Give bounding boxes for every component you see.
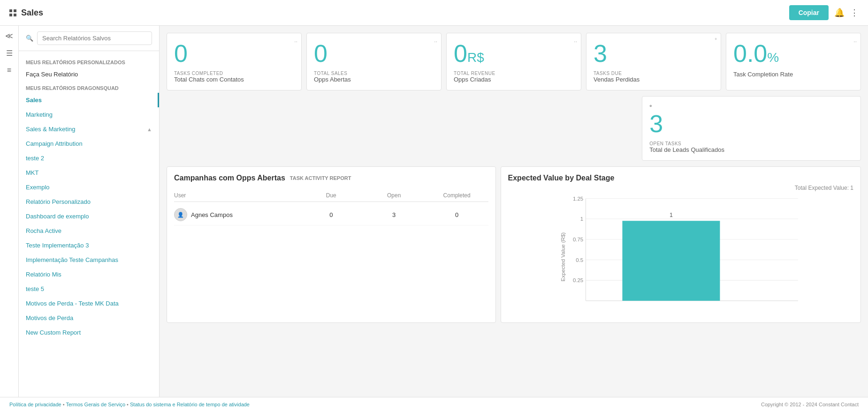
sort-icon: ▲ (147, 127, 152, 132)
card-menu-dots[interactable]: .. (574, 37, 577, 44)
cell-completed: 0 (426, 211, 488, 218)
svg-text:0.75: 0.75 (573, 237, 583, 242)
bell-icon[interactable]: 🔔 (834, 7, 845, 18)
top-bar: Sales Copiar 🔔 ⋮ (0, 0, 868, 26)
status-link[interactable]: Status do sistema e Relatório de tempo d… (130, 402, 250, 407)
sidebar-item-label: Implementação Teste Campanhas (26, 256, 118, 263)
sidebar-item-label: MKT (26, 169, 38, 176)
top-bar-left: Sales (9, 8, 43, 18)
metric-value-leads: 3 (649, 111, 853, 137)
filter-icon[interactable]: ≡ (7, 66, 11, 75)
collapse-icon[interactable]: ≪ (5, 31, 13, 40)
cell-due: 0 (300, 211, 363, 218)
sidebar-item-dashboard-exemplo[interactable]: Dashboard de exemplo (19, 209, 159, 224)
sidebar-item-motivos-perda-mk[interactable]: Motivos de Perda - Teste MK Data (19, 296, 159, 311)
sidebar-item-label: Sales (26, 97, 42, 104)
card-menu-dots[interactable]: .. (294, 37, 297, 44)
content-area: .. 0 TASKS COMPLETED Total Chats com Con… (160, 26, 868, 397)
metric-main-completion: Task Completion Rate (733, 71, 853, 78)
sidebar-item-new-custom-report[interactable]: New Custom Report (19, 325, 159, 340)
app-logo (9, 9, 16, 16)
sidebar-search-bar: 🔍 (19, 26, 159, 51)
metric-main-vendas: Vendas Perdidas (594, 76, 714, 83)
table-column-headers: User Due Open Completed (174, 189, 488, 202)
col-header-due: Due (300, 192, 363, 199)
avatar-icon: 👤 (177, 212, 184, 218)
sidebar-item-impl-campanhas[interactable]: Implementação Teste Campanhas (19, 253, 159, 267)
user-name: Agnes Campos (191, 211, 233, 218)
sidebar-item-teste2[interactable]: teste 2 (19, 151, 159, 165)
chart-total-label: Total Expected Value: 1 (508, 185, 853, 191)
metric-card-chats: .. 0 TASKS COMPLETED Total Chats com Con… (167, 33, 302, 90)
terms-link[interactable]: Termos Gerais de Serviço (66, 402, 125, 407)
sidebar-item-relatorio-personalizado[interactable]: Relatório Personalizado (19, 194, 159, 209)
metric-sub-leads: OPEN TASKS (649, 141, 853, 146)
svg-text:0.5: 0.5 (576, 257, 583, 263)
sidebar-item-label: Dashboard de exemplo (26, 213, 89, 220)
card-menu-dots[interactable]: .. (853, 37, 857, 44)
svg-text:0.25: 0.25 (573, 278, 583, 284)
sidebar-item-label: Teste Implementação 3 (26, 242, 89, 249)
more-options-icon[interactable]: ⋮ (850, 7, 859, 18)
metric-sub-chats: TASKS COMPLETED (174, 71, 294, 76)
sidebar-icons-col: ≪ ☰ ≡ (0, 26, 19, 397)
search-icon: 🔍 (26, 35, 33, 42)
sidebar-item-campaign-attribution[interactable]: Campaign Attribution (19, 136, 159, 151)
sidebar-item-label: Motivos de Perda (26, 314, 73, 321)
sidebar-item-label: Sales & Marketing (26, 126, 76, 133)
sidebar-item-teste5[interactable]: teste 5 (19, 282, 159, 296)
table-badge: TASK ACTIVITY REPORT (290, 175, 351, 181)
metric-value-opps-criadas: 0R$ (454, 40, 574, 67)
metric-card-leads: ° 3 OPEN TASKS Total de Leads Qualificad… (642, 96, 861, 161)
sidebar-item-label: Marketing (26, 111, 53, 118)
metric-card-opps-abertas: .. 0 TOTAL SALES Opps Abertas (306, 33, 442, 90)
metric-sub-opps-criadas: TOTAL REVENUE (454, 71, 574, 76)
card-menu-dots[interactable]: ° (715, 37, 717, 44)
sidebar-item-teste-impl-3[interactable]: Teste Implementação 3 (19, 238, 159, 253)
metric-sub-opps: TOTAL SALES (314, 71, 434, 76)
sidebar-item-label: Campaign Attribution (26, 140, 83, 147)
user-cell: 👤 Agnes Campos (174, 208, 300, 221)
sidebar-item-relatorio-mis[interactable]: Relatório Mis (19, 267, 159, 282)
metric-suffix: R$ (467, 51, 484, 65)
metric-value-completion: 0.0% (733, 40, 853, 67)
card-menu-dots[interactable]: ° (649, 104, 652, 111)
sidebar-item-label: teste 5 (26, 285, 44, 292)
chart-area: Expected Value (R$) 1.25 (508, 194, 853, 315)
footer-sep2: • (127, 402, 130, 407)
sidebar-item-label: New Custom Report (26, 329, 81, 336)
chart-svg: Expected Value (R$) 1.25 (508, 194, 853, 315)
metric-sub-vendas: TASKS DUE (594, 71, 714, 76)
search-input[interactable] (37, 31, 152, 45)
my-reports-label: Meus relatórios personalizados (19, 56, 159, 67)
sidebar-main-col: 🔍 Meus relatórios personalizados Faça Se… (19, 26, 159, 397)
sidebar-item-marketing[interactable]: Marketing (19, 107, 159, 122)
metric-main-leads: Total de Leads Qualificados (649, 146, 853, 153)
sidebar-item-fazer-relatorio[interactable]: Faça Seu Relatório (19, 67, 159, 82)
fazer-relatorio-label: Faça Seu Relatório (26, 71, 78, 78)
sidebar-item-mkt[interactable]: MKT (19, 165, 159, 180)
bottom-row: Campanhas com Opps Abertas TASK ACTIVITY… (167, 166, 861, 323)
chart-bar (622, 221, 720, 301)
card-menu-dots[interactable]: .. (434, 37, 437, 44)
footer: Política de privacidade • Termos Gerais … (0, 397, 868, 411)
privacy-link[interactable]: Política de privacidade (9, 402, 61, 407)
dragonsquad-label: MEUS RELATÓRIOS DRAGONSQUAD (19, 82, 159, 93)
main-layout: ≪ ☰ ≡ 🔍 Meus relatórios personalizados F… (0, 26, 868, 397)
avatar: 👤 (174, 208, 187, 221)
sidebar-item-sales[interactable]: Sales (19, 93, 159, 107)
list-icon[interactable]: ☰ (6, 49, 13, 58)
sidebar-item-label: Relatório Personalizado (26, 198, 91, 205)
table-title: Campanhas com Opps Abertas (174, 174, 285, 182)
metric-cards-row: .. 0 TASKS COMPLETED Total Chats com Con… (167, 33, 861, 90)
sidebar-inner: ≪ ☰ ≡ 🔍 Meus relatórios personalizados F… (0, 26, 159, 397)
y-axis-label: Expected Value (R$) (560, 232, 565, 282)
second-row-top: ° 3 OPEN TASKS Total de Leads Qualificad… (167, 96, 861, 161)
copiar-button[interactable]: Copiar (789, 5, 829, 20)
sidebar-item-sales-marketing[interactable]: Sales & Marketing ▲ (19, 122, 159, 136)
svg-text:1.25: 1.25 (573, 196, 583, 202)
sidebar-item-motivos-perda[interactable]: Motivos de Perda (19, 311, 159, 325)
metric-value-opps: 0 (314, 40, 434, 67)
sidebar-item-exemplo[interactable]: Exemplo (19, 180, 159, 194)
sidebar-item-rocha-active[interactable]: Rocha Active (19, 224, 159, 238)
